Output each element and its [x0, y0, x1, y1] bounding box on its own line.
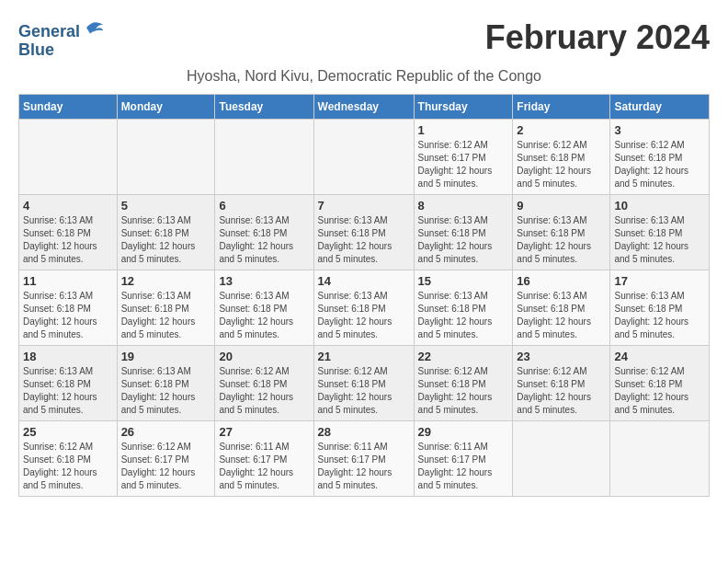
week-row-2: 11Sunrise: 6:13 AM Sunset: 6:18 PM Dayli…: [19, 270, 710, 345]
day-cell: 28Sunrise: 6:11 AM Sunset: 6:17 PM Dayli…: [313, 420, 414, 496]
day-info: Sunrise: 6:13 AM Sunset: 6:18 PM Dayligh…: [517, 290, 606, 341]
day-number: 18: [23, 350, 113, 363]
day-info: Sunrise: 6:13 AM Sunset: 6:18 PM Dayligh…: [23, 214, 113, 266]
day-number: 14: [318, 274, 410, 288]
header-cell-saturday: Saturday: [610, 94, 710, 119]
day-cell: 14Sunrise: 6:13 AM Sunset: 6:18 PM Dayli…: [313, 270, 414, 345]
calendar-body: 1Sunrise: 6:12 AM Sunset: 6:17 PM Daylig…: [19, 119, 710, 496]
calendar-table: SundayMondayTuesdayWednesdayThursdayFrid…: [18, 94, 710, 497]
day-cell: 16Sunrise: 6:13 AM Sunset: 6:18 PM Dayli…: [513, 270, 610, 345]
day-cell: 26Sunrise: 6:12 AM Sunset: 6:17 PM Dayli…: [117, 420, 215, 496]
header-row: SundayMondayTuesdayWednesdayThursdayFrid…: [19, 94, 710, 119]
day-info: Sunrise: 6:12 AM Sunset: 6:17 PM Dayligh…: [418, 139, 509, 190]
day-cell: 7Sunrise: 6:13 AM Sunset: 6:18 PM Daylig…: [313, 194, 414, 270]
day-cell: 2Sunrise: 6:12 AM Sunset: 6:18 PM Daylig…: [513, 119, 610, 194]
logo-general: General: [18, 22, 80, 40]
logo-line1: General: [18, 18, 105, 41]
day-cell: 18Sunrise: 6:13 AM Sunset: 6:18 PM Dayli…: [19, 345, 118, 420]
day-number: 29: [418, 425, 509, 439]
day-info: Sunrise: 6:11 AM Sunset: 6:17 PM Dayligh…: [219, 441, 309, 492]
day-info: Sunrise: 6:13 AM Sunset: 6:18 PM Dayligh…: [121, 214, 211, 266]
day-number: 25: [23, 425, 113, 439]
day-cell: 5Sunrise: 6:13 AM Sunset: 6:18 PM Daylig…: [117, 194, 215, 270]
day-cell: 15Sunrise: 6:13 AM Sunset: 6:18 PM Dayli…: [414, 270, 513, 345]
day-cell: 10Sunrise: 6:13 AM Sunset: 6:18 PM Dayli…: [610, 194, 710, 270]
day-number: 5: [121, 199, 211, 213]
day-info: Sunrise: 6:12 AM Sunset: 6:18 PM Dayligh…: [219, 365, 309, 417]
day-number: 15: [418, 274, 509, 288]
day-cell: 27Sunrise: 6:11 AM Sunset: 6:17 PM Dayli…: [215, 420, 313, 496]
day-number: 10: [614, 199, 705, 213]
header-cell-tuesday: Tuesday: [215, 94, 313, 119]
day-info: Sunrise: 6:13 AM Sunset: 6:18 PM Dayligh…: [318, 290, 410, 341]
day-number: 12: [121, 274, 211, 288]
top-bar: General Blue February 2024: [18, 18, 710, 64]
day-number: 1: [418, 123, 509, 137]
header-cell-monday: Monday: [117, 94, 215, 119]
day-info: Sunrise: 6:13 AM Sunset: 6:18 PM Dayligh…: [121, 290, 211, 341]
day-number: 3: [614, 123, 705, 137]
day-cell: 6Sunrise: 6:13 AM Sunset: 6:18 PM Daylig…: [215, 194, 313, 270]
day-cell: 8Sunrise: 6:13 AM Sunset: 6:18 PM Daylig…: [414, 194, 513, 270]
day-number: 20: [219, 350, 309, 363]
day-number: 16: [517, 274, 606, 288]
day-number: 21: [318, 350, 410, 363]
day-info: Sunrise: 6:13 AM Sunset: 6:18 PM Dayligh…: [23, 365, 113, 417]
day-info: Sunrise: 6:13 AM Sunset: 6:18 PM Dayligh…: [614, 214, 705, 266]
day-cell: 22Sunrise: 6:12 AM Sunset: 6:18 PM Dayli…: [414, 345, 513, 420]
day-info: Sunrise: 6:13 AM Sunset: 6:18 PM Dayligh…: [219, 290, 309, 341]
day-info: Sunrise: 6:13 AM Sunset: 6:18 PM Dayligh…: [418, 290, 509, 341]
day-number: 9: [517, 199, 606, 213]
day-info: Sunrise: 6:13 AM Sunset: 6:18 PM Dayligh…: [418, 214, 509, 266]
day-info: Sunrise: 6:12 AM Sunset: 6:18 PM Dayligh…: [418, 365, 509, 417]
week-row-3: 18Sunrise: 6:13 AM Sunset: 6:18 PM Dayli…: [19, 345, 710, 420]
week-row-1: 4Sunrise: 6:13 AM Sunset: 6:18 PM Daylig…: [19, 194, 710, 270]
day-info: Sunrise: 6:12 AM Sunset: 6:18 PM Dayligh…: [23, 441, 113, 492]
day-number: 8: [418, 199, 509, 213]
header-cell-friday: Friday: [513, 94, 610, 119]
day-info: Sunrise: 6:13 AM Sunset: 6:18 PM Dayligh…: [614, 290, 705, 341]
day-info: Sunrise: 6:12 AM Sunset: 6:18 PM Dayligh…: [614, 139, 705, 190]
day-cell: [117, 119, 215, 194]
day-number: 23: [517, 350, 606, 363]
day-info: Sunrise: 6:12 AM Sunset: 6:18 PM Dayligh…: [517, 139, 606, 190]
day-info: Sunrise: 6:13 AM Sunset: 6:18 PM Dayligh…: [318, 214, 410, 266]
day-number: 19: [121, 350, 211, 363]
day-cell: [313, 119, 414, 194]
location-title: Hyosha, Nord Kivu, Democratic Republic o…: [18, 68, 710, 85]
calendar-header: SundayMondayTuesdayWednesdayThursdayFrid…: [19, 94, 710, 119]
day-cell: 23Sunrise: 6:12 AM Sunset: 6:18 PM Dayli…: [513, 345, 610, 420]
day-number: 4: [23, 199, 113, 213]
day-number: 26: [121, 425, 211, 439]
month-title: February 2024: [485, 18, 710, 57]
day-cell: 25Sunrise: 6:12 AM Sunset: 6:18 PM Dayli…: [19, 420, 118, 496]
logo: General Blue: [18, 18, 105, 60]
day-number: 2: [517, 123, 606, 137]
header-cell-sunday: Sunday: [19, 94, 118, 119]
logo-line2: Blue: [18, 41, 105, 60]
day-cell: 19Sunrise: 6:13 AM Sunset: 6:18 PM Dayli…: [117, 345, 215, 420]
day-cell: 3Sunrise: 6:12 AM Sunset: 6:18 PM Daylig…: [610, 119, 710, 194]
day-cell: 12Sunrise: 6:13 AM Sunset: 6:18 PM Dayli…: [117, 270, 215, 345]
day-info: Sunrise: 6:11 AM Sunset: 6:17 PM Dayligh…: [418, 441, 509, 492]
day-info: Sunrise: 6:13 AM Sunset: 6:18 PM Dayligh…: [219, 214, 309, 266]
day-cell: 17Sunrise: 6:13 AM Sunset: 6:18 PM Dayli…: [610, 270, 710, 345]
day-number: 13: [219, 274, 309, 288]
day-number: 28: [318, 425, 410, 439]
day-cell: 24Sunrise: 6:12 AM Sunset: 6:18 PM Dayli…: [610, 345, 710, 420]
day-cell: 1Sunrise: 6:12 AM Sunset: 6:17 PM Daylig…: [414, 119, 513, 194]
day-cell: 11Sunrise: 6:13 AM Sunset: 6:18 PM Dayli…: [19, 270, 118, 345]
header-cell-thursday: Thursday: [414, 94, 513, 119]
day-info: Sunrise: 6:12 AM Sunset: 6:18 PM Dayligh…: [517, 365, 606, 417]
day-cell: [513, 420, 610, 496]
day-number: 22: [418, 350, 509, 363]
day-info: Sunrise: 6:13 AM Sunset: 6:18 PM Dayligh…: [23, 290, 113, 341]
day-number: 17: [614, 274, 705, 288]
day-cell: [610, 420, 710, 496]
day-info: Sunrise: 6:13 AM Sunset: 6:18 PM Dayligh…: [121, 365, 211, 417]
day-number: 27: [219, 425, 309, 439]
day-info: Sunrise: 6:12 AM Sunset: 6:18 PM Dayligh…: [614, 365, 705, 417]
week-row-0: 1Sunrise: 6:12 AM Sunset: 6:17 PM Daylig…: [19, 119, 710, 194]
week-row-4: 25Sunrise: 6:12 AM Sunset: 6:18 PM Dayli…: [19, 420, 710, 496]
logo-bird-icon: [83, 18, 105, 37]
